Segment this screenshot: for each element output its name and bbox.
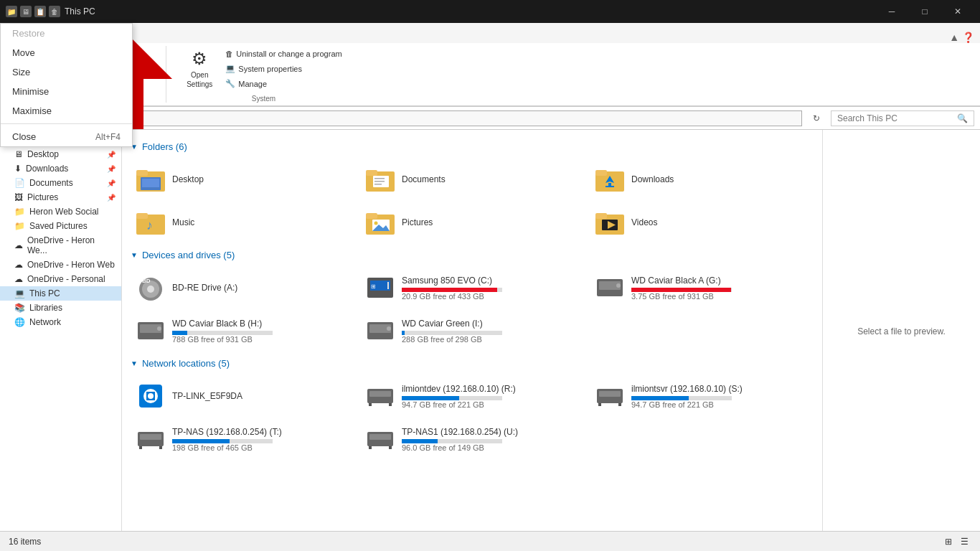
- wd-g-icon: [595, 273, 624, 302]
- drive-wd-i[interactable]: WD Caviar Green (I:) 288 GB free of 298 …: [360, 312, 584, 349]
- folder-pictures-info: Pictures: [402, 217, 433, 227]
- network-arrow: ▼: [131, 359, 138, 367]
- bd-re-icon: BD: [136, 273, 165, 302]
- sidebar-item-pictures[interactable]: 🖼 Pictures 📌: [0, 190, 121, 204]
- address-bar: ◀ ▶ ▲ This PC ↻ 🔍: [0, 107, 980, 130]
- svg-point-48: [148, 393, 154, 399]
- devices-section-header[interactable]: ▼ Devices and drives (5): [131, 250, 814, 260]
- onedrive-1-label: OneDrive - Heron We...: [27, 235, 116, 255]
- ribbon-collapse-btn[interactable]: ▲: [949, 32, 959, 43]
- grid-view-button[interactable]: ⊞: [942, 535, 955, 548]
- svg-rect-8: [374, 178, 385, 179]
- sidebar-item-onedrive-1[interactable]: ☁ OneDrive - Heron We...: [0, 233, 121, 258]
- minimize-button[interactable]: ─: [875, 0, 908, 23]
- maximise-label: Maximise: [12, 105, 52, 116]
- folder-desktop[interactable]: Desktop: [131, 161, 354, 198]
- sidebar-item-heron-web-social[interactable]: 📁 Heron Web Social: [0, 204, 121, 219]
- folder-downloads[interactable]: Downloads: [590, 161, 814, 198]
- net-ilmiontdev-r[interactable]: ilmiontdev (192.168.0.10) (R:) 94.7 GB f…: [360, 377, 584, 415]
- drive-samsung-c[interactable]: ⊞ Samsung 850 EVO (C:) 20.9 GB free of 4…: [360, 269, 584, 306]
- ilmiontdev-r-info: ilmiontdev (192.168.0.10) (R:) 94.7 GB f…: [402, 384, 516, 409]
- devices-header-label: Devices and drives (5): [142, 250, 235, 260]
- ribbon-tabs: File Computer View ▲ ❓: [0, 23, 980, 43]
- folder-videos[interactable]: Videos: [590, 204, 814, 241]
- folder-pictures[interactable]: Pictures: [360, 204, 584, 241]
- svg-rect-9: [374, 181, 385, 182]
- sidebar-item-onedrive-heron[interactable]: ☁ OneDrive - Heron Web: [0, 258, 121, 272]
- search-input[interactable]: [837, 113, 957, 123]
- title-bar-controls: ─ □ ✕: [875, 0, 974, 23]
- title-bar-title: This PC: [65, 6, 95, 17]
- net-ilmiontsvr-s[interactable]: ilmiontsvr (192.168.0.10) (S:) 94.7 GB f…: [590, 377, 814, 415]
- system-properties-button[interactable]: 💻 System properties: [221, 62, 346, 75]
- pictures-icon: 🖼: [14, 192, 23, 202]
- refresh-button[interactable]: ↻: [808, 110, 825, 127]
- sidebar-item-downloads[interactable]: ⬇ Downloads 📌: [0, 161, 121, 176]
- libraries-label: Libraries: [29, 303, 62, 313]
- pin-icon-pic: 📌: [107, 194, 116, 202]
- sidebar-item-documents[interactable]: 📄 Documents 📌: [0, 176, 121, 190]
- bd-re-name: BD-RE Drive (A:): [172, 283, 237, 293]
- net-tp-link[interactable]: TP-LINK_E5F9DA: [131, 377, 354, 415]
- wd-i-free: 288 GB free of 298 GB: [402, 335, 502, 344]
- context-menu-move[interactable]: Move: [1, 43, 132, 62]
- context-menu-minimise[interactable]: Minimise: [1, 82, 132, 101]
- svg-point-22: [374, 222, 378, 225]
- ilmiontdev-r-free: 94.7 GB free of 221 GB: [402, 400, 516, 409]
- drive-wd-g[interactable]: WD Caviar Black A (G:) 3.75 GB free of 9…: [590, 269, 814, 306]
- ilmiontsvr-s-free: 94.7 GB free of 221 GB: [631, 400, 743, 409]
- folders-section-header[interactable]: ▼ Folders (6): [131, 141, 814, 152]
- maximize-button[interactable]: □: [908, 0, 941, 23]
- sidebar-item-saved-pictures[interactable]: 📁 Saved Pictures: [0, 219, 121, 233]
- sidebar-item-desktop[interactable]: 🖥 Desktop 📌: [0, 147, 121, 161]
- sidebar-item-libraries[interactable]: 📚 Libraries: [0, 301, 121, 315]
- folder-music-info: Music: [172, 217, 194, 227]
- svg-text:♪: ♪: [146, 218, 153, 232]
- sidebar-item-network[interactable]: 🌐 Network: [0, 315, 121, 329]
- sidebar-item-this-pc[interactable]: 💻 This PC: [0, 286, 121, 301]
- bd-re-info: BD-RE Drive (A:): [172, 283, 237, 293]
- manage-button[interactable]: 🔧 Manage: [221, 77, 346, 90]
- ilmiontdev-r-icon: [366, 382, 395, 410]
- context-menu-maximise[interactable]: Maximise: [1, 101, 132, 121]
- open-settings-button[interactable]: ⚙ OpenSettings: [181, 46, 218, 92]
- svg-point-38: [616, 283, 621, 288]
- context-menu-restore[interactable]: Restore: [1, 24, 132, 43]
- uninstall-icon: 🗑: [225, 50, 233, 58]
- uninstall-button[interactable]: 🗑 Uninstall or change a program: [221, 48, 346, 60]
- tp-nas-t-free: 198 GB free of 465 GB: [172, 443, 282, 452]
- drive-wd-h[interactable]: WD Caviar Black B (H:) 788 GB free of 93…: [131, 312, 354, 349]
- folder-documents[interactable]: Documents: [360, 161, 584, 198]
- heron-web-social-icon: 📁: [14, 207, 25, 217]
- svg-rect-63: [369, 446, 372, 449]
- nav-icon-1: 🖥: [20, 6, 32, 17]
- search-box[interactable]: 🔍: [831, 110, 974, 126]
- context-menu-close[interactable]: Close Alt+F4: [1, 127, 132, 146]
- net-tp-nas1-u[interactable]: TP-NAS1 (192.168.0.254) (U:) 96.0 GB fre…: [360, 420, 584, 458]
- search-icon: 🔍: [957, 113, 968, 123]
- list-view-button[interactable]: ☰: [958, 535, 971, 548]
- address-bar-input[interactable]: This PC: [66, 110, 802, 126]
- preview-text: Select a file to preview.: [857, 326, 946, 336]
- context-menu-size[interactable]: Size: [1, 62, 132, 82]
- saved-pictures-label: Saved Pictures: [29, 221, 88, 231]
- documents-icon: 📄: [14, 178, 25, 188]
- sys-props-icon: 💻: [225, 64, 235, 73]
- folder-downloads-icon: [595, 165, 624, 194]
- folder-music[interactable]: ♪ Music: [131, 204, 354, 241]
- samsung-c-free: 20.9 GB free of 433 GB: [402, 292, 502, 301]
- network-section-header[interactable]: ▼ Network locations (5): [131, 358, 814, 369]
- wd-h-free: 788 GB free of 931 GB: [172, 335, 273, 344]
- help-btn[interactable]: ❓: [962, 32, 974, 43]
- tp-link-icon: [136, 382, 165, 410]
- net-tp-nas-t[interactable]: TP-NAS (192.168.0.254) (T:) 198 GB free …: [131, 420, 354, 458]
- folder-desktop-name: Desktop: [172, 174, 204, 184]
- samsung-c-icon: ⊞: [366, 273, 395, 302]
- drive-bd-re[interactable]: BD BD-RE Drive (A:): [131, 269, 354, 306]
- close-button[interactable]: ✕: [941, 0, 974, 23]
- sidebar-item-onedrive-personal[interactable]: ☁ OneDrive - Personal: [0, 272, 121, 286]
- tp-nas1-u-name: TP-NAS1 (192.168.0.254) (U:): [402, 427, 518, 437]
- ilmiontsvr-s-icon: [595, 382, 624, 410]
- uninstall-label: Uninstall or change a program: [236, 50, 341, 58]
- context-menu-separator: [1, 123, 132, 124]
